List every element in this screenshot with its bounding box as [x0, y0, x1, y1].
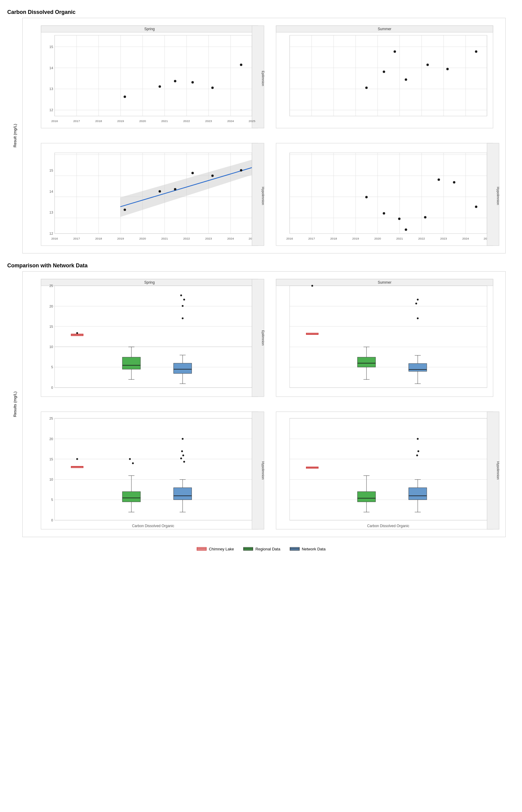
bp3-blue-out5 — [183, 461, 185, 463]
svg-rect-146 — [276, 279, 493, 397]
svg-text:10: 10 — [49, 345, 53, 349]
p4-point5 — [424, 216, 426, 218]
svg-text:2024: 2024 — [462, 237, 469, 240]
svg-rect-201 — [174, 488, 192, 500]
svg-text:2019: 2019 — [352, 237, 359, 240]
p2-point6 — [446, 68, 448, 70]
svg-text:2020: 2020 — [139, 119, 146, 123]
svg-text:20: 20 — [49, 304, 53, 308]
chart1-svg: Spring — [22, 18, 506, 253]
panel2-header: Summer — [378, 27, 391, 31]
svg-rect-170 — [409, 363, 427, 371]
svg-text:15: 15 — [49, 325, 53, 328]
bp1-chimney-outlier — [76, 332, 78, 334]
p4-point1 — [365, 196, 368, 198]
svg-rect-221 — [357, 491, 376, 502]
regional-data-icon — [243, 546, 254, 552]
svg-rect-204 — [276, 412, 493, 529]
panel4-row-label: Hypolimnion — [496, 187, 500, 205]
p2-point5 — [426, 64, 429, 66]
chart2-svg: Spring 0 5 10 15 — [22, 271, 506, 537]
svg-text:14: 14 — [49, 190, 53, 193]
svg-text:14: 14 — [49, 66, 53, 70]
p4-point2 — [383, 212, 385, 215]
svg-text:15: 15 — [49, 45, 53, 49]
svg-text:2021: 2021 — [161, 237, 168, 240]
chimney-lake-label: Chimney Lake — [209, 547, 234, 551]
bp4-blue-out1 — [417, 438, 419, 440]
legend-item-network: Network Data — [289, 546, 326, 552]
network-data-label: Network Data — [302, 547, 326, 551]
svg-text:13: 13 — [49, 210, 53, 214]
svg-rect-110 — [41, 279, 258, 397]
svg-text:2021: 2021 — [396, 237, 403, 240]
svg-rect-164 — [357, 357, 376, 367]
bp3-green-out2 — [132, 463, 134, 464]
bp4-blue-out3 — [416, 455, 418, 456]
bp1-net-outlier4 — [182, 305, 184, 307]
svg-text:2020: 2020 — [139, 237, 146, 240]
chart1-title: Carbon Dissolved Organic — [7, 9, 515, 15]
chart1-y-label: Result (mg/L) — [13, 124, 17, 147]
p3-point1 — [124, 208, 126, 211]
svg-rect-143 — [174, 363, 192, 373]
chimney-lake-icon — [196, 546, 207, 552]
bp2-net-outlier1 — [417, 318, 419, 319]
svg-text:2016: 2016 — [52, 237, 58, 240]
p2-point3 — [394, 50, 396, 53]
bp3-blue-out1 — [182, 438, 184, 440]
p3-point4 — [192, 172, 194, 174]
panel1-header: Spring — [144, 27, 155, 31]
p3-point6 — [240, 169, 242, 171]
p2-point4 — [405, 78, 407, 81]
bp1-net-outlier1 — [182, 318, 184, 319]
svg-text:2016: 2016 — [52, 119, 58, 123]
bp4-xlabel: Carbon Dissolved Organic — [367, 524, 409, 528]
bp-panel3-row-label: Hypolimnion — [261, 461, 265, 480]
svg-text:25: 25 — [49, 417, 53, 420]
p1-point4 — [192, 81, 194, 83]
bp3-xlabel: Carbon Dissolved Organic — [132, 524, 174, 528]
bp-panel1-row-label: Epilimnion — [261, 330, 265, 346]
svg-rect-227 — [409, 488, 427, 500]
p2-point7 — [475, 50, 477, 53]
svg-rect-172 — [41, 412, 258, 529]
bp1-net-outlier3 — [183, 299, 185, 301]
svg-text:2018: 2018 — [95, 119, 102, 123]
page-container: Carbon Dissolved Organic Result (mg/L) — [7, 9, 515, 555]
svg-text:20: 20 — [49, 437, 53, 441]
network-data-icon — [289, 546, 300, 552]
svg-text:2024: 2024 — [227, 119, 234, 123]
p1-point6 — [240, 64, 242, 66]
bp3-green-out1 — [129, 458, 131, 460]
svg-text:2018: 2018 — [95, 237, 102, 240]
bp-panel2-header: Summer — [378, 280, 391, 285]
svg-text:0: 0 — [51, 519, 53, 522]
p3-point5 — [211, 175, 214, 177]
svg-text:2018: 2018 — [330, 237, 337, 240]
svg-text:12: 12 — [49, 232, 53, 235]
chart2-y-label: Results (mg/L) — [13, 391, 17, 417]
svg-rect-195 — [122, 491, 140, 502]
svg-text:2019: 2019 — [117, 119, 124, 123]
p1-point1 — [124, 96, 126, 98]
svg-text:13: 13 — [49, 87, 53, 90]
bp3-blue-out3 — [182, 455, 184, 456]
panel3-row-label: Hypolimnion — [261, 187, 265, 205]
svg-text:2023: 2023 — [440, 237, 447, 240]
legend-item-chimney: Chimney Lake — [196, 546, 234, 552]
bp2-net-outlier2 — [417, 299, 419, 301]
svg-text:5: 5 — [51, 498, 53, 502]
p1-point2 — [159, 85, 161, 87]
panel1-row-label: Epilimnion — [261, 71, 265, 86]
svg-text:2024: 2024 — [227, 237, 234, 240]
svg-text:2021: 2021 — [161, 119, 168, 123]
svg-text:2023: 2023 — [205, 237, 212, 240]
svg-text:15: 15 — [49, 168, 53, 172]
svg-text:2025: 2025 — [248, 119, 256, 123]
p4-point7 — [453, 181, 455, 184]
p4-point8 — [475, 205, 477, 208]
p3-point3 — [174, 188, 176, 190]
svg-text:2017: 2017 — [74, 237, 80, 240]
svg-rect-137 — [122, 357, 140, 369]
